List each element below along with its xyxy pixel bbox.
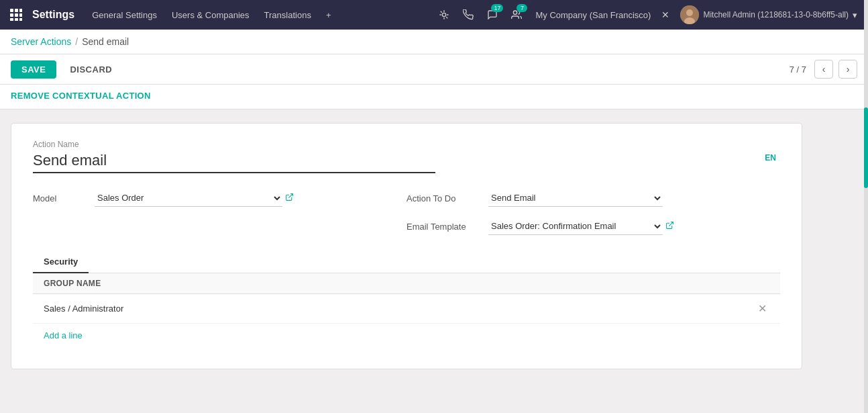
svg-line-20: [288, 194, 292, 198]
table-header: Group Name: [33, 273, 780, 294]
email-template-label: Email Template: [406, 222, 480, 232]
svg-rect-6: [10, 18, 13, 21]
action-to-do-select[interactable]: Send Email: [488, 189, 663, 207]
grid-menu-icon[interactable]: [5, 4, 27, 26]
language-badge[interactable]: EN: [761, 152, 780, 164]
debug-icon-btn[interactable]: [433, 4, 455, 26]
company-selector[interactable]: My Company (San Francisco): [530, 10, 656, 20]
company-close-icon[interactable]: ✕: [659, 9, 672, 20]
messages-badge: 17: [491, 4, 503, 12]
add-line-button[interactable]: Add a line: [33, 324, 93, 347]
nav-general-settings[interactable]: General Settings: [85, 6, 164, 24]
save-button[interactable]: SAVE: [11, 60, 56, 79]
breadcrumb-parent-link[interactable]: Server Actions: [11, 36, 71, 47]
nav-translations[interactable]: Translations: [258, 6, 318, 24]
svg-line-12: [441, 11, 442, 13]
scroll-thumb[interactable]: [864, 107, 868, 188]
phone-icon-btn[interactable]: [457, 4, 479, 26]
right-fields: Action To Do Send Email Email Template S…: [406, 189, 780, 235]
nav-plus[interactable]: +: [319, 6, 338, 24]
toolbar: SAVE DISCARD 7 / 7 ‹ ›: [0, 54, 868, 85]
model-input-wrapper: Sales Order: [95, 189, 406, 207]
email-template-input-wrapper: Sales Order: Confirmation Email: [488, 218, 780, 235]
nav-users-companies[interactable]: Users & Companies: [165, 6, 256, 24]
email-template-external-link-icon[interactable]: [665, 221, 674, 232]
breadcrumb-current-page: Send email: [82, 36, 129, 47]
action-to-do-field: Action To Do Send Email: [406, 189, 780, 207]
next-record-button[interactable]: ›: [838, 60, 857, 79]
chat-icon-btn[interactable]: 7: [506, 4, 527, 26]
delete-row-button[interactable]: ✕: [755, 301, 769, 316]
svg-point-16: [514, 11, 517, 14]
svg-rect-4: [15, 13, 18, 17]
top-nav: Settings General Settings Users & Compan…: [0, 0, 868, 30]
pagination-info: 7 / 7: [790, 64, 806, 75]
model-select[interactable]: Sales Order: [95, 189, 282, 207]
model-field: Model Sales Order: [33, 189, 406, 207]
group-name-cell: Sales / Administrator: [44, 304, 755, 314]
app-title: Settings: [32, 9, 74, 21]
action-to-do-label: Action To Do: [406, 193, 480, 203]
svg-rect-3: [10, 13, 13, 17]
action-name-row: EN: [33, 152, 780, 173]
action-link-bar: REMOVE CONTEXTUAL ACTION: [0, 85, 868, 109]
tabs-bar: Security: [33, 251, 780, 273]
messages-icon-btn[interactable]: 17: [482, 4, 503, 26]
svg-point-9: [443, 13, 446, 16]
svg-point-18: [686, 9, 693, 16]
table-row: Sales / Administrator ✕: [33, 294, 780, 324]
user-menu[interactable]: Mitchell Admin (1218681-13-0-8b6ff5-all)…: [675, 5, 863, 24]
model-label: Model: [33, 193, 87, 203]
svg-rect-7: [15, 18, 18, 21]
user-dropdown-icon: ▾: [853, 10, 857, 20]
svg-rect-5: [19, 13, 22, 17]
form-card: Action Name EN Model Sales Order: [11, 123, 802, 369]
main-content: Action Name EN Model Sales Order: [0, 109, 868, 413]
action-name-input[interactable]: [33, 152, 435, 173]
action-name-label: Action Name: [33, 140, 780, 149]
svg-rect-2: [19, 9, 22, 12]
fields-row: Model Sales Order: [33, 189, 780, 235]
chat-badge: 7: [517, 4, 527, 12]
user-avatar: [680, 5, 699, 24]
tab-security[interactable]: Security: [33, 251, 89, 273]
breadcrumb: Server Actions / Send email: [0, 30, 868, 54]
model-external-link-icon[interactable]: [285, 193, 294, 203]
email-template-field: Email Template Sales Order: Confirmation…: [406, 218, 780, 235]
svg-line-21: [669, 222, 673, 226]
svg-rect-8: [19, 18, 22, 21]
email-template-select[interactable]: Sales Order: Confirmation Email: [488, 218, 663, 235]
svg-rect-1: [15, 9, 18, 12]
table-wrapper: Group Name Sales / Administrator ✕ Add a…: [33, 273, 780, 347]
svg-rect-0: [10, 9, 13, 12]
breadcrumb-separator: /: [75, 36, 78, 47]
scrollbar[interactable]: [864, 0, 868, 413]
user-name-label: Mitchell Admin (1218681-13-0-8b6ff5-all): [703, 10, 849, 19]
remove-contextual-action-link[interactable]: REMOVE CONTEXTUAL ACTION: [11, 91, 151, 101]
nav-menu: General Settings Users & Companies Trans…: [85, 6, 431, 24]
discard-button[interactable]: DISCARD: [62, 60, 120, 79]
svg-line-13: [447, 17, 448, 18]
prev-record-button[interactable]: ‹: [814, 60, 833, 79]
